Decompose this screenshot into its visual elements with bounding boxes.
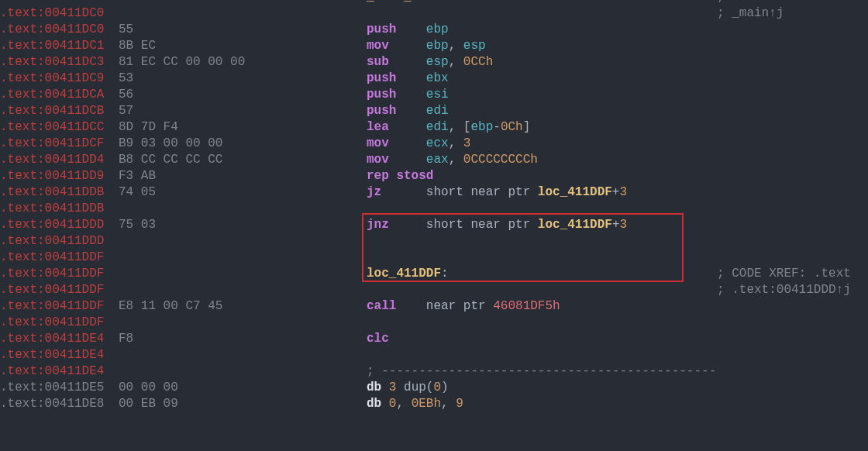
hex-bytes: 00 EB 09 — [119, 396, 178, 412]
hex-bytes: 55 — [119, 22, 133, 38]
hex-bytes: E8 11 00 C7 45 — [119, 298, 222, 315]
hex-bytes: 75 03 — [119, 217, 156, 233]
asm-row[interactable]: .text:00411DC0_main_0:; CODE XREF: .text — [0, 0, 868, 5]
instruction: ; --------------------------------------… — [367, 363, 716, 380]
asm-row[interactable]: .text:00411DDF — [0, 315, 868, 331]
instruction: db 0, 0EBh, 9 — [367, 396, 463, 412]
address: .text:00411DD4 — [0, 152, 104, 168]
instruction: push esi — [367, 87, 449, 103]
asm-row[interactable]: .text:00411DDF; .text:00411DDD↑j — [0, 282, 868, 298]
instruction: mov ecx, 3 — [367, 136, 470, 152]
address: .text:00411DCB — [0, 103, 104, 119]
address: .text:00411DCA — [0, 87, 104, 103]
xref-comment: ; .text:00411DDD↑j — [717, 282, 851, 298]
hex-bytes: 53 — [119, 71, 133, 87]
xref-comment: ; CODE XREF: .text — [717, 266, 851, 282]
instruction: clc — [367, 331, 389, 347]
address: .text:00411DC0 — [0, 0, 104, 5]
address: .text:00411DDB — [0, 201, 104, 217]
instruction: push ebx — [367, 71, 449, 87]
address: .text:00411DE4 — [0, 347, 104, 363]
asm-row[interactable]: .text:00411DE4F8clc — [0, 331, 868, 347]
address: .text:00411DDD — [0, 233, 104, 250]
address: .text:00411DDD — [0, 217, 104, 233]
instruction: db 3 dup(0) — [367, 380, 449, 396]
asm-row[interactable]: .text:00411DCC8D 7D F4lea edi, [ebp-0Ch] — [0, 119, 868, 136]
address: .text:00411DCC — [0, 119, 104, 136]
asm-row[interactable]: .text:00411DDB — [0, 201, 868, 217]
asm-row[interactable]: .text:00411DC953push ebx — [0, 71, 868, 87]
address: .text:00411DD9 — [0, 168, 104, 184]
address: .text:00411DC3 — [0, 54, 104, 71]
asm-row[interactable]: .text:00411DCFB9 03 00 00 00mov ecx, 3 — [0, 136, 868, 152]
instruction: push ebp — [367, 22, 449, 38]
asm-row[interactable]: .text:00411DDD — [0, 233, 868, 250]
asm-row[interactable]: .text:00411DC381 EC CC 00 00 00sub esp, … — [0, 54, 868, 71]
instruction: push edi — [367, 103, 449, 119]
address: .text:00411DE4 — [0, 363, 104, 380]
address: .text:00411DDF — [0, 315, 104, 331]
asm-row[interactable]: .text:00411DE800 EB 09db 0, 0EBh, 9 — [0, 396, 868, 412]
asm-row[interactable]: .text:00411DDFloc_411DDF:; CODE XREF: .t… — [0, 266, 868, 282]
asm-row[interactable]: .text:00411DDF — [0, 250, 868, 266]
hex-bytes: F3 AB — [119, 168, 156, 184]
disassembly-view[interactable]: .text:00411DC0_main_0:; CODE XREF: .text… — [0, 0, 868, 412]
address: .text:00411DDF — [0, 298, 104, 315]
address: .text:00411DE8 — [0, 396, 104, 412]
instruction: lea edi, [ebp-0Ch] — [367, 119, 530, 136]
address: .text:00411DC1 — [0, 38, 104, 54]
instruction: loc_411DDF: — [367, 266, 449, 282]
asm-row[interactable]: .text:00411DC18B ECmov ebp, esp — [0, 38, 868, 54]
hex-bytes: 74 05 — [119, 184, 156, 201]
address: .text:00411DDF — [0, 266, 104, 282]
instruction: jz short near ptr loc_411DDF+3 — [367, 184, 627, 201]
address: .text:00411DE4 — [0, 331, 104, 347]
instruction: sub esp, 0CCh — [367, 54, 493, 71]
asm-row[interactable]: .text:00411DD4B8 CC CC CC CCmov eax, 0CC… — [0, 152, 868, 168]
hex-bytes: 00 00 00 — [119, 380, 178, 396]
address: .text:00411DDF — [0, 282, 104, 298]
xref-comment: ; CODE XREF: .text — [717, 0, 851, 5]
asm-row[interactable]: .text:00411DDD75 03jnz short near ptr lo… — [0, 217, 868, 233]
hex-bytes: 8B EC — [119, 38, 156, 54]
hex-bytes: B8 CC CC CC CC — [119, 152, 222, 168]
hex-bytes: F8 — [119, 331, 133, 347]
instruction: rep stosd — [367, 168, 433, 184]
hex-bytes: 57 — [119, 103, 133, 119]
asm-row[interactable]: .text:00411DE4; ------------------------… — [0, 363, 868, 380]
address: .text:00411DE5 — [0, 380, 104, 396]
asm-row[interactable]: .text:00411DD9F3 ABrep stosd — [0, 168, 868, 184]
asm-row[interactable]: .text:00411DCA56push esi — [0, 87, 868, 103]
asm-row[interactable]: .text:00411DCB57push edi — [0, 103, 868, 119]
hex-bytes: 56 — [119, 87, 133, 103]
address: .text:00411DDB — [0, 184, 104, 201]
hex-bytes: 8D 7D F4 — [119, 119, 178, 136]
hex-bytes: B9 03 00 00 00 — [119, 136, 222, 152]
asm-row[interactable]: .text:00411DE4 — [0, 347, 868, 363]
instruction: call near ptr 46081DF5h — [367, 298, 560, 315]
address: .text:00411DDF — [0, 250, 104, 266]
instruction: mov eax, 0CCCCCCCCh — [367, 152, 538, 168]
asm-row[interactable]: .text:00411DE500 00 00db 3 dup(0) — [0, 380, 868, 396]
address: .text:00411DC9 — [0, 71, 104, 87]
asm-row[interactable]: .text:00411DDFE8 11 00 C7 45call near pt… — [0, 298, 868, 315]
instruction: jnz short near ptr loc_411DDF+3 — [367, 217, 627, 233]
xref-comment: ; _main↑j — [717, 5, 784, 22]
address: .text:00411DC0 — [0, 22, 104, 38]
address: .text:00411DC0 — [0, 5, 104, 22]
hex-bytes: 81 EC CC 00 00 00 — [119, 54, 245, 71]
asm-row[interactable]: .text:00411DDB74 05jz short near ptr loc… — [0, 184, 868, 201]
address: .text:00411DCF — [0, 136, 104, 152]
asm-row[interactable]: .text:00411DC055push ebp — [0, 22, 868, 38]
instruction: _main_0: — [367, 0, 426, 5]
asm-row[interactable]: .text:00411DC0; _main↑j — [0, 5, 868, 22]
instruction: mov ebp, esp — [367, 38, 486, 54]
